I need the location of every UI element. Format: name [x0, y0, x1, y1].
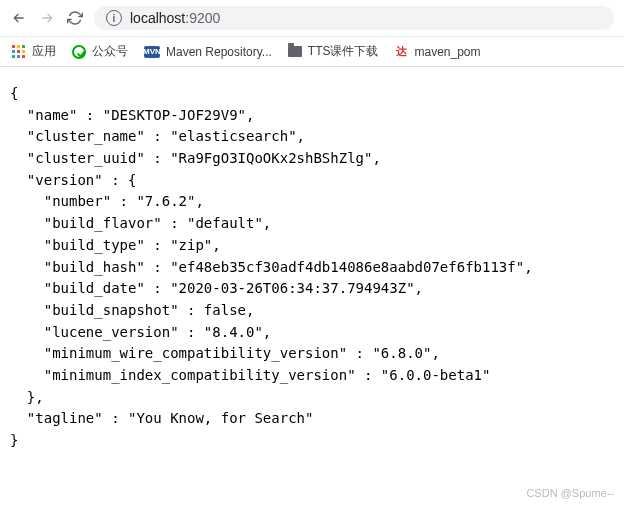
- json-line: {: [10, 85, 18, 101]
- json-line: "cluster_uuid" : "Ra9FgO3IQoOKx2shBShZlg…: [10, 150, 381, 166]
- mvn-favicon-icon: MVN: [144, 46, 160, 58]
- json-response-body: { "name" : "DESKTOP-JOF29V9", "cluster_n…: [0, 67, 624, 468]
- json-line: "build_snapshot" : false,: [10, 302, 254, 318]
- json-line: }: [10, 432, 18, 448]
- address-bar[interactable]: i localhost:9200: [94, 6, 614, 30]
- apps-button[interactable]: 应用: [12, 43, 56, 60]
- apps-label: 应用: [32, 43, 56, 60]
- site-info-icon[interactable]: i: [106, 10, 122, 26]
- checkmark-circle-icon: [72, 45, 86, 59]
- json-line: "minimum_index_compatibility_version" : …: [10, 367, 490, 383]
- json-line: "number" : "7.6.2",: [10, 193, 204, 209]
- json-line: "build_flavor" : "default",: [10, 215, 271, 231]
- bookmark-item-tts[interactable]: TTS课件下载: [288, 43, 379, 60]
- url-host: localhost: [130, 10, 185, 26]
- bookmark-label: 公众号: [92, 43, 128, 60]
- bookmark-label: TTS课件下载: [308, 43, 379, 60]
- json-line: },: [10, 389, 44, 405]
- apps-grid-icon: [12, 45, 26, 59]
- browser-toolbar: i localhost:9200: [0, 0, 624, 37]
- bookmark-item-gongzhonghao[interactable]: 公众号: [72, 43, 128, 60]
- url-text: localhost:9200: [130, 10, 220, 26]
- bookmark-item-maven-pom[interactable]: 达 maven_pom: [395, 45, 481, 59]
- json-line: "build_date" : "2020-03-26T06:34:37.7949…: [10, 280, 423, 296]
- bookmarks-bar: 应用 公众号 MVN Maven Repository... TTS课件下载 达…: [0, 37, 624, 67]
- bookmark-label: Maven Repository...: [166, 45, 272, 59]
- json-line: "name" : "DESKTOP-JOF29V9",: [10, 107, 254, 123]
- bookmark-label: maven_pom: [415, 45, 481, 59]
- json-line: "build_hash" : "ef48eb35cf30adf4db14086e…: [10, 259, 533, 275]
- folder-icon: [288, 46, 302, 57]
- url-port: :9200: [185, 10, 220, 26]
- json-line: "lucene_version" : "8.4.0",: [10, 324, 271, 340]
- json-line: "version" : {: [10, 172, 136, 188]
- bookmark-item-maven-repo[interactable]: MVN Maven Repository...: [144, 45, 272, 59]
- watermark-text: CSDN @Spume--: [526, 487, 614, 499]
- da-favicon-icon: 达: [395, 45, 409, 59]
- json-line: "build_type" : "zip",: [10, 237, 221, 253]
- json-line: "tagline" : "You Know, for Search": [10, 410, 313, 426]
- reload-button[interactable]: [66, 9, 84, 27]
- json-line: "minimum_wire_compatibility_version" : "…: [10, 345, 440, 361]
- json-line: "cluster_name" : "elasticsearch",: [10, 128, 305, 144]
- forward-button[interactable]: [38, 9, 56, 27]
- back-button[interactable]: [10, 9, 28, 27]
